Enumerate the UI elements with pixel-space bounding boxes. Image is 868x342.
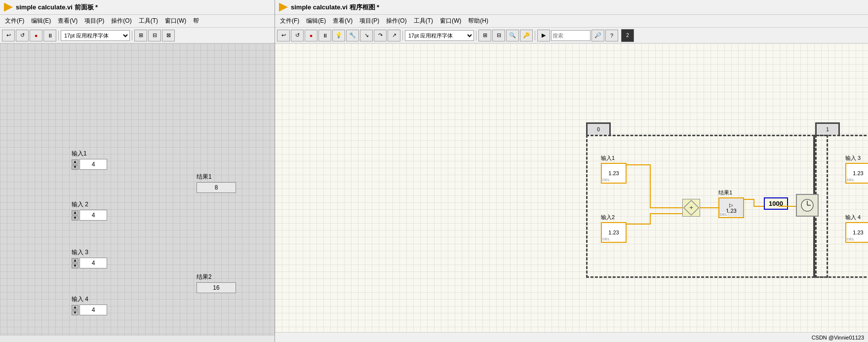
- menu-operate-bd[interactable]: 操作(O): [383, 16, 409, 26]
- frame1-tab: 0: [586, 122, 611, 135]
- sep2-bd: [476, 31, 476, 40]
- menu-project-fp[interactable]: 项目(P): [81, 16, 107, 26]
- fp-input3-value[interactable]: 4: [79, 258, 107, 268]
- fp-input2-label: 输入 2: [72, 200, 107, 209]
- bd-input3-val: 1.23: [853, 170, 863, 176]
- bd-input4-box[interactable]: 1.23 DEL: [845, 222, 868, 243]
- front-panel-toolbar: ↩ ↺ ● ⏸ 17pt 应用程序字体 ⊞ ⊟ ⊠: [0, 28, 275, 43]
- bd-result1-label: 结果1: [718, 189, 744, 196]
- menu-view-fp[interactable]: 查看(V): [55, 16, 80, 26]
- fp-input3-down[interactable]: ▼: [72, 264, 79, 268]
- resize-button-fp[interactable]: ⊠: [162, 30, 175, 41]
- step-into-bd[interactable]: ↘: [360, 30, 373, 41]
- step-out-bd[interactable]: ↗: [388, 30, 400, 41]
- search-input-bd[interactable]: [551, 30, 591, 41]
- sep1-fp: [58, 31, 59, 40]
- menu-file-bd[interactable]: 文件(F): [277, 16, 302, 26]
- fp-input3-knob: ▲ ▼: [72, 258, 79, 268]
- fp-input4-down[interactable]: ▼: [72, 310, 79, 315]
- menu-edit-fp[interactable]: 编辑(E): [28, 16, 54, 26]
- menu-window-fp[interactable]: 窗口(W): [162, 16, 189, 26]
- distribute-button-fp[interactable]: ⊟: [148, 30, 161, 41]
- bd-wait-node[interactable]: [796, 194, 819, 217]
- menu-view-bd[interactable]: 查看(V): [330, 16, 355, 26]
- bd-add-node[interactable]: +: [682, 199, 700, 217]
- bd-canvas-area: 0 1 输入1 1.23 DEL 输入2 1.23 DEL: [275, 43, 868, 332]
- help-button-bd[interactable]: ?: [605, 30, 618, 41]
- fp-input1-up[interactable]: ▲: [72, 159, 79, 164]
- fp-result2: 结果2 16: [197, 273, 236, 293]
- menu-operate-fp[interactable]: 操作(O): [108, 16, 134, 26]
- bd-titlebar: simple calculate.vi 程序框图 *: [275, 0, 868, 15]
- bd-input4-label: 输入 4: [845, 214, 868, 221]
- bd-result1: 结果1 ▷ 1.23 DEL: [718, 189, 744, 218]
- fp-input2-row: ▲ ▼ 4: [72, 210, 107, 221]
- fp-scrollbar[interactable]: [0, 335, 275, 342]
- bd-input1: 输入1 1.23 DEL: [601, 154, 627, 184]
- fp-input3-up[interactable]: ▲: [72, 258, 79, 263]
- front-panel-title: simple calculate.vi 前面板 *: [16, 3, 98, 12]
- pause-button-fp[interactable]: ⏸: [43, 30, 56, 41]
- menu-file-fp[interactable]: 文件(F): [2, 16, 27, 26]
- menu-window-bd[interactable]: 窗口(W): [437, 16, 464, 26]
- stop-button-bd[interactable]: ●: [305, 30, 317, 41]
- align-button-fp[interactable]: ⊞: [134, 30, 147, 41]
- bd-input2-box[interactable]: 1.23 DEL: [601, 222, 627, 243]
- fp-input4-knob: ▲ ▼: [72, 305, 79, 315]
- fp-input4-up[interactable]: ▲: [72, 305, 79, 310]
- align-button-bd[interactable]: ⊞: [478, 30, 491, 41]
- front-panel-window: simple calculate.vi 前面板 * 文件(F) 编辑(E) 查看…: [0, 0, 275, 342]
- fp-input3: 输入 3 ▲ ▼ 4: [72, 248, 107, 268]
- bd-toolbar: ↩ ↺ ● ⏸ 💡 🔧 ↘ ↷ ↗ 17pt 应用程序字体 ⊞ ⊟ 🔍 🔑 ▶ …: [275, 28, 868, 43]
- bd-input3-label: 输入 3: [845, 154, 868, 162]
- light-button-bd[interactable]: 💡: [332, 30, 345, 41]
- fp-input1-value[interactable]: 4: [79, 159, 107, 170]
- bd-input1-dbg: DEL: [602, 178, 610, 182]
- bd-input4-val: 1.23: [853, 229, 863, 235]
- bd-input2-dbg: DEL: [602, 237, 610, 241]
- more2-button-bd[interactable]: 🔑: [520, 30, 533, 41]
- bd-constant-1000[interactable]: 1000: [764, 197, 788, 210]
- context-help-icon[interactable]: 2: [621, 29, 634, 42]
- fp-input4-value[interactable]: 4: [79, 304, 107, 315]
- pause-button-bd[interactable]: ⏸: [318, 30, 331, 41]
- fp-input4-row: ▲ ▼ 4: [72, 304, 107, 315]
- menu-tools-bd[interactable]: 工具(T): [411, 16, 436, 26]
- zoom-button-bd[interactable]: 🔎: [592, 30, 604, 41]
- menu-project-bd[interactable]: 项目(P): [356, 16, 382, 26]
- fp-input2-up[interactable]: ▲: [72, 210, 79, 215]
- bd-result1-arrow: ▷: [729, 202, 733, 208]
- status-text: CSDN @Vinnie01123: [812, 335, 864, 341]
- fp-input2-down[interactable]: ▼: [72, 216, 79, 221]
- bd-input1-box[interactable]: 1.23 DEL: [601, 163, 627, 184]
- redo-button-fp[interactable]: ↺: [16, 30, 29, 41]
- bd-input3-box[interactable]: 1.23 DEL: [845, 163, 868, 184]
- bd-input4-dbg: DEL: [847, 237, 855, 241]
- search-button-bd[interactable]: ▶: [537, 30, 550, 41]
- font-select-fp[interactable]: 17pt 应用程序字体: [61, 30, 130, 41]
- font-select-bd[interactable]: 17pt 应用程序字体: [405, 30, 474, 41]
- step-over-bd[interactable]: ↷: [374, 30, 387, 41]
- fp-input2: 输入 2 ▲ ▼ 4: [72, 200, 107, 221]
- back-button-bd[interactable]: ↩: [277, 30, 290, 41]
- bd-input1-label: 输入1: [601, 154, 627, 162]
- menu-help-fp[interactable]: 帮: [190, 16, 202, 26]
- debug-button-bd[interactable]: 🔧: [346, 30, 359, 41]
- bd-result1-dbg: DEL: [720, 212, 728, 217]
- distribute-button-bd[interactable]: ⊟: [492, 30, 505, 41]
- menu-help-bd[interactable]: 帮助(H): [465, 16, 491, 26]
- front-panel-canvas: 输入1 ▲ ▼ 4 输入 2 ▲ ▼: [0, 43, 275, 335]
- fp-input1-down[interactable]: ▼: [72, 165, 79, 170]
- fp-input2-value[interactable]: 4: [79, 210, 107, 221]
- fp-input4-label: 输入 4: [72, 295, 107, 304]
- redo-button-bd[interactable]: ↺: [291, 30, 304, 41]
- bd-result1-box[interactable]: ▷ 1.23 DEL: [718, 197, 744, 218]
- front-panel-titlebar: simple calculate.vi 前面板 *: [0, 0, 275, 15]
- fp-result2-value: 16: [197, 282, 236, 293]
- back-button-fp[interactable]: ↩: [2, 30, 15, 41]
- fp-input2-knob: ▲ ▼: [72, 210, 79, 221]
- menu-edit-bd[interactable]: 编辑(E): [303, 16, 329, 26]
- menu-tools-fp[interactable]: 工具(T): [136, 16, 161, 26]
- stop-button-fp[interactable]: ●: [30, 30, 42, 41]
- more1-button-bd[interactable]: 🔍: [506, 30, 519, 41]
